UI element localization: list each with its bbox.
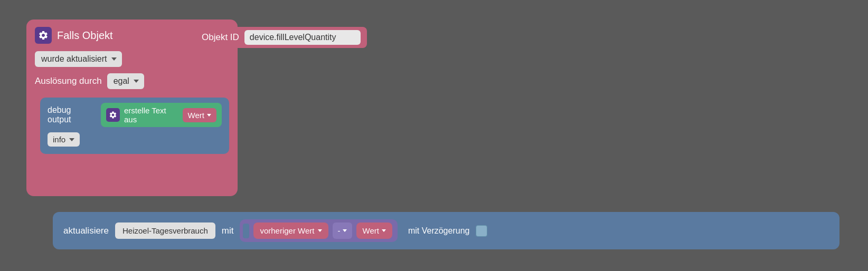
canvas: Falls Objekt wurde aktualisiert Auslösun… (21, 14, 845, 257)
gear-small-icon-box (106, 108, 120, 122)
auslosung-label: Auslösung durch (35, 76, 102, 86)
egal-dropdown[interactable]: egal (107, 73, 144, 89)
wurde-label: wurde aktualisiert (41, 54, 107, 64)
vorheriger-arrow-icon (318, 229, 322, 232)
wert-label-debug: Wert (188, 111, 204, 120)
erstelle-label: erstelle Text aus (124, 106, 178, 124)
debug-header: debug output erstelle Text aus Wert (48, 103, 222, 127)
wert-update-arrow-icon (382, 229, 386, 232)
info-dropdown[interactable]: info (48, 132, 80, 147)
info-label: info (53, 135, 65, 144)
info-row: info (48, 132, 222, 147)
wert-dropdown-debug[interactable]: Wert (183, 108, 216, 122)
purple-op-group: vorheriger Wert - Wert (240, 219, 398, 242)
info-arrow-icon (69, 138, 74, 141)
vorheriger-label: vorheriger Wert (260, 226, 314, 235)
wert-dropdown-update[interactable]: Wert (356, 222, 392, 239)
mit-label: mit (222, 226, 234, 236)
mit-verzoegerung-label: mit Verzögerung (408, 226, 470, 236)
wurde-aktualisiert-dropdown[interactable]: wurde aktualisiert (35, 51, 122, 67)
egal-label: egal (114, 76, 129, 86)
objekt-id-input[interactable] (244, 30, 361, 45)
connector-notch-left (243, 224, 249, 238)
debug-label: debug output (48, 105, 96, 124)
gear-icon (38, 30, 49, 41)
vorheriger-wert-dropdown[interactable]: vorheriger Wert (253, 222, 328, 239)
debug-block: debug output erstelle Text aus Wert (40, 98, 229, 154)
verzoegerung-checkbox[interactable] (476, 225, 487, 237)
egal-arrow-icon (134, 80, 139, 83)
minus-operator-dropdown[interactable]: - (333, 222, 352, 239)
gear-small-icon (109, 111, 117, 119)
falls-objekt-title: Falls Objekt (57, 30, 113, 42)
update-block: aktualisiere Heizoel-Tagesverbrauch mit … (53, 212, 839, 249)
objekt-id-container: Objekt ID (195, 27, 367, 48)
erstelle-text-block: erstelle Text aus Wert (101, 103, 222, 127)
heizoel-chip[interactable]: Heizoel-Tagesverbrauch (115, 222, 215, 239)
gear-icon-box (35, 27, 52, 44)
wert-arrow-icon (207, 114, 211, 117)
aktualisiere-label: aktualisiere (63, 226, 109, 236)
dropdown-arrow-icon (111, 57, 117, 61)
minus-arrow-icon (343, 229, 347, 232)
wurde-row: wurde aktualisiert (35, 51, 229, 67)
wert-label-update: Wert (363, 226, 379, 235)
auslosung-row: Auslösung durch egal (35, 73, 229, 89)
minus-label: - (338, 226, 341, 235)
objekt-id-label: Objekt ID (202, 32, 239, 43)
